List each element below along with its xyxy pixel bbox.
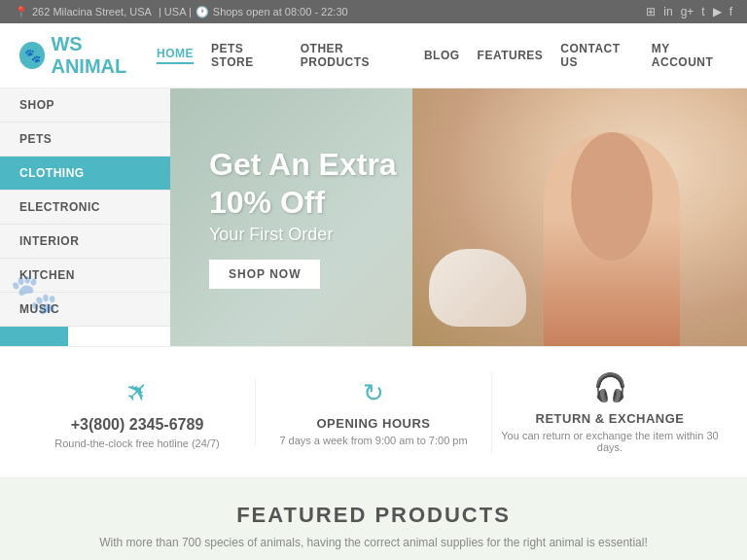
nav-account[interactable]: MY ACCOUNT [652,42,728,69]
location-icon: 📍 [15,6,28,18]
phone-number: +3(800) 2345-6789 [19,416,255,434]
separator: | USA | [156,6,192,18]
shop-now-button[interactable]: SHOP NOW [209,260,320,289]
hero-content: Get An Extra 10% Off Your First Order SH… [209,146,397,289]
return-title: RETURN & EXCHANGE [492,411,728,426]
featured-subtitle: With more than 700 species of animals, h… [19,536,728,549]
hero-banner: Get An Extra 10% Off Your First Order SH… [170,88,747,346]
sidebar-item-interior[interactable]: INTERIOR [0,225,170,259]
info-return: 🎧 RETURN & EXCHANGE You can return or ex… [491,371,728,453]
return-desc: You can return or exchange the item with… [492,430,728,453]
featured-section: FEATURED PRODUCTS With more than 700 spe… [0,478,747,560]
nav-other-products[interactable]: OTHER PRODUCTS [301,42,407,69]
youtube-icon[interactable]: ▶ [713,5,722,18]
hours-text: Shops open at 08:00 - 22:30 [213,6,348,18]
address-text: 262 Milacina Street, USA [32,6,152,18]
main-section: SHOP PETS CLOTHING ELECTRONIC INTERIOR K… [0,88,747,346]
nav-home[interactable]: HOME [157,47,194,64]
top-bar-right: ⊞ in g+ t ▶ f [646,5,732,18]
hero-line2: 10% Off [209,184,397,221]
nav-blog[interactable]: BLOG [424,49,460,62]
hours-icon: ↻ [256,378,491,408]
hero-bg-gradient [412,88,747,346]
linkedin-icon[interactable]: in [663,5,672,18]
sidebar-item-shop[interactable]: SHOP [0,88,170,122]
nav-contact[interactable]: CONTACT US [560,42,634,69]
google-plus-icon[interactable]: g+ [681,5,694,18]
logo-text: WS ANIMAL [51,33,157,78]
girl-silhouette [544,132,680,346]
hours-desc: 7 days a week from 9:00 am to 7:00 pm [256,435,491,446]
phone-icon: ✈ [118,372,157,411]
hero-line3: Your First Order [209,225,397,245]
dog-silhouette [429,249,526,327]
phone-desc: Round-the-clock free hotline (24/7) [19,438,255,449]
logo-animal: ANIMAL [51,55,126,77]
logo: 🐾 WS ANIMAL [19,33,157,78]
featured-title: FEATURED PRODUCTS [19,503,728,528]
nav-pets-store[interactable]: PETS STORE [211,42,283,69]
info-hours: ↻ OPENING HOURS 7 days a week from 9:00 … [255,378,491,446]
sidebar: SHOP PETS CLOTHING ELECTRONIC INTERIOR K… [0,88,170,346]
hours-title: OPENING HOURS [256,416,491,431]
hero-line1: Get An Extra [209,146,397,183]
logo-icon: 🐾 [19,42,45,69]
sidebar-item-electronic[interactable]: ELECTRONIC [0,191,170,225]
sidebar-item-clothing[interactable]: CLOTHING [0,157,170,191]
logo-ws: WS [51,33,82,54]
clock-icon: 🕐 [196,6,209,18]
facebook-icon[interactable]: f [729,5,732,18]
sidebar-item-pets[interactable]: PETS [0,122,170,157]
return-icon: 🎧 [492,371,728,403]
top-bar-left: 📍 262 Milacina Street, USA | USA | 🕐 Sho… [15,6,348,18]
info-phone: ✈ +3(800) 2345-6789 Round-the-clock free… [19,376,255,449]
hero-image [412,88,747,346]
twitter-icon[interactable]: t [701,5,704,18]
top-bar: 📍 262 Milacina Street, USA | USA | 🕐 Sho… [0,0,747,23]
camera-icon[interactable]: ⊞ [646,5,656,18]
main-nav: HOME PETS STORE OTHER PRODUCTS BLOG FEAT… [157,42,728,69]
paw-icon: 🐾 [10,271,58,317]
header: 🐾 WS ANIMAL HOME PETS STORE OTHER PRODUC… [0,23,747,88]
info-strip: ✈ +3(800) 2345-6789 Round-the-clock free… [0,346,747,478]
nav-features[interactable]: FEATURES [478,49,544,62]
